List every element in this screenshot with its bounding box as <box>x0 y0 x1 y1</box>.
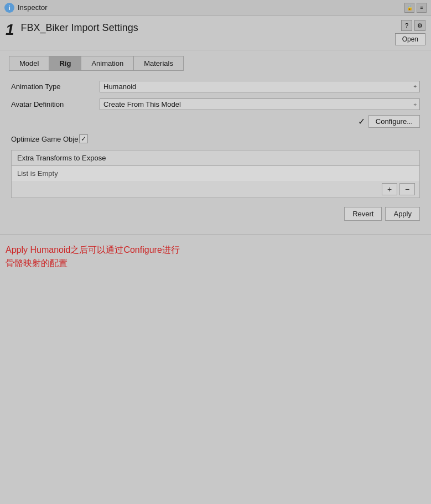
optimize-label: Optimize Game Obje <box>11 135 78 143</box>
annotation-text: Apply Humanoid之后可以通过Configure进行骨骼映射的配置 <box>0 235 431 279</box>
header-right: ? ⚙ Open <box>395 20 425 45</box>
lock-icon[interactable]: 🔒 <box>404 3 414 13</box>
apply-button[interactable]: Apply <box>385 207 420 221</box>
annotation-content: Apply Humanoid之后可以通过Configure进行骨骼映射的配置 <box>6 245 180 268</box>
avatar-definition-label: Avatar Definition <box>11 100 100 108</box>
settings-icon[interactable]: ⚙ <box>414 20 425 31</box>
transforms-footer: + − <box>12 181 419 198</box>
add-transform-button[interactable]: + <box>382 183 397 195</box>
title-bar: i Inspector 🔒 ≡ <box>0 0 431 15</box>
checkmark-icon: ✓ <box>358 116 365 127</box>
remove-transform-button[interactable]: − <box>399 183 415 195</box>
header: 1 FBX_Biker Import Settings ? ⚙ Open <box>0 15 431 50</box>
header-icons: ? ⚙ <box>401 20 425 31</box>
transforms-section: Extra Transforms to Expose List is Empty… <box>11 150 420 198</box>
asset-number: 1 <box>6 20 14 38</box>
content-area: Animation Type Humanoid None Legacy Gene… <box>0 71 431 234</box>
animation-type-select-wrapper: Humanoid None Legacy Generic <box>100 81 420 92</box>
inspector-icon: i <box>4 3 14 13</box>
bottom-buttons: Revert Apply <box>11 202 420 225</box>
configure-row: ✓ Configure... <box>11 115 420 128</box>
animation-type-select[interactable]: Humanoid None Legacy Generic <box>100 81 420 92</box>
tab-materials[interactable]: Materials <box>133 56 184 71</box>
animation-type-row: Animation Type Humanoid None Legacy Gene… <box>11 80 420 93</box>
open-button[interactable]: Open <box>395 33 425 45</box>
avatar-definition-select[interactable]: Create From This Model Copy From Other A… <box>100 98 420 110</box>
tabs-container: Model Rig Animation Materials <box>0 50 431 71</box>
menu-icon[interactable]: ≡ <box>417 3 427 13</box>
configure-button[interactable]: Configure... <box>368 115 420 128</box>
title-bar-label: Inspector <box>18 3 47 12</box>
title-bar-controls: 🔒 ≡ <box>404 3 427 13</box>
avatar-definition-select-wrapper: Create From This Model Copy From Other A… <box>100 98 420 110</box>
asset-title: FBX_Biker Import Settings <box>21 20 395 34</box>
optimize-row: Optimize Game Obje <box>11 134 420 143</box>
avatar-definition-row: Avatar Definition Create From This Model… <box>11 97 420 111</box>
revert-button[interactable]: Revert <box>344 207 382 221</box>
tab-animation[interactable]: Animation <box>81 56 133 71</box>
tab-model[interactable]: Model <box>9 56 49 71</box>
help-icon[interactable]: ? <box>401 20 412 31</box>
tabs-row: Model Rig Animation Materials <box>9 56 422 71</box>
transforms-header: Extra Transforms to Expose <box>12 150 419 166</box>
inspector-window: i Inspector 🔒 ≡ 1 FBX_Biker Import Setti… <box>0 0 431 279</box>
animation-type-label: Animation Type <box>11 82 100 91</box>
optimize-checkbox[interactable] <box>79 134 88 143</box>
transforms-body: List is Empty <box>12 166 419 181</box>
tab-rig[interactable]: Rig <box>49 56 81 71</box>
